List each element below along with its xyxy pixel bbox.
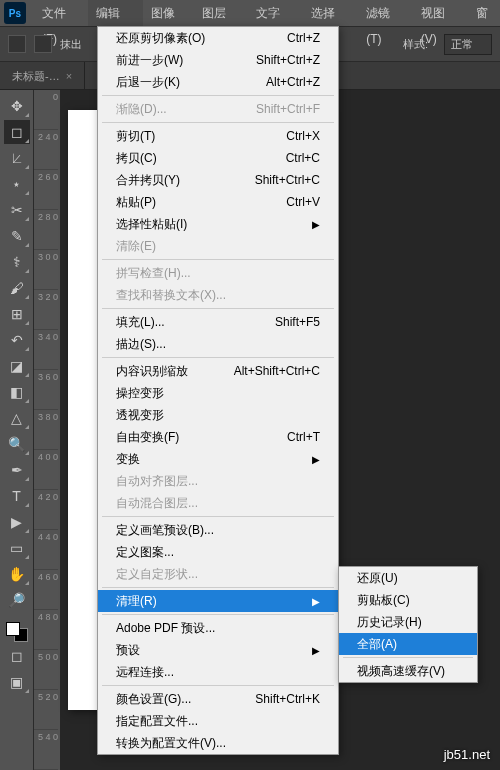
menu-item[interactable]: 编辑(E)	[88, 0, 143, 26]
watermark: jb51.net	[444, 747, 490, 762]
eraser-tool-icon[interactable]: ◪	[4, 354, 30, 378]
submenu-command-label: 历史记录(H)	[357, 614, 422, 631]
document-tab[interactable]: 未标题-…×	[0, 62, 85, 90]
menu-accelerator: Ctrl+C	[286, 151, 320, 165]
erase-label: 抹出	[60, 37, 82, 52]
lasso-tool-icon[interactable]: ⟀	[4, 146, 30, 170]
history-brush-tool-icon[interactable]: ↶	[4, 328, 30, 352]
quickmask-icon[interactable]: ◻	[4, 644, 30, 668]
submenu-command-label: 剪贴板(C)	[357, 592, 410, 609]
menu-accelerator: ▶	[312, 217, 320, 231]
clone-stamp-tool-icon[interactable]: ⊞	[4, 302, 30, 326]
screenmode-icon[interactable]: ▣	[4, 670, 30, 694]
submenu-command[interactable]: 视频高速缓存(V)	[339, 660, 477, 682]
blur-tool-icon[interactable]: △	[4, 406, 30, 430]
hand-tool-icon[interactable]: ✋	[4, 562, 30, 586]
color-swatches[interactable]	[6, 622, 28, 642]
submenu-command[interactable]: 全部(A)	[339, 633, 477, 655]
path-select-tool-icon[interactable]: ▶	[4, 510, 30, 534]
menu-command[interactable]: 指定配置文件...	[98, 710, 338, 732]
submenu-arrow-icon: ▶	[312, 645, 320, 656]
gradient-tool-icon[interactable]: ◧	[4, 380, 30, 404]
menu-accelerator: ▶	[312, 643, 320, 657]
menu-command[interactable]: 后退一步(K)Alt+Ctrl+Z	[98, 71, 338, 93]
menu-accelerator: Shift+F5	[275, 315, 320, 329]
menu-command: 查找和替换文本(X)...	[98, 284, 338, 306]
menu-command[interactable]: 透视变形	[98, 404, 338, 426]
menu-command-label: 指定配置文件...	[116, 713, 198, 730]
submenu-command-label: 全部(A)	[357, 636, 397, 653]
menu-item[interactable]: 文件(F)	[34, 0, 89, 26]
menu-command-label: 转换为配置文件(V)...	[116, 735, 226, 752]
pen-tool-icon[interactable]: ✒	[4, 458, 30, 482]
menu-command[interactable]: 拷贝(C)Ctrl+C	[98, 147, 338, 169]
menu-command[interactable]: 定义画笔预设(B)...	[98, 519, 338, 541]
menu-command[interactable]: 颜色设置(G)...Shift+Ctrl+K	[98, 688, 338, 710]
tools-panel: ✥ ◻ ⟀ ⋆ ✂ ✎ ⚕ 🖌 ⊞ ↶ ◪ ◧ △ 🔍 ✒ T ▶ ▭ ✋ 🔎 …	[0, 90, 34, 770]
submenu-command[interactable]: 剪贴板(C)	[339, 589, 477, 611]
menu-item[interactable]: 滤镜(T)	[358, 0, 413, 26]
menu-command[interactable]: 内容识别缩放Alt+Shift+Ctrl+C	[98, 360, 338, 382]
menu-command-label: 描边(S)...	[116, 336, 166, 353]
submenu-command-label: 视频高速缓存(V)	[357, 663, 445, 680]
menu-item[interactable]: 选择(S)	[303, 0, 358, 26]
menu-command[interactable]: 自由变换(F)Ctrl+T	[98, 426, 338, 448]
menu-command[interactable]: 转换为配置文件(V)...	[98, 732, 338, 754]
menu-command-label: 颜色设置(G)...	[116, 691, 191, 708]
menu-command-label: 透视变形	[116, 407, 164, 424]
menu-command-label: 拼写检查(H)...	[116, 265, 191, 282]
menu-command-label: 还原剪切像素(O)	[116, 30, 205, 47]
menu-command-label: 渐隐(D)...	[116, 101, 167, 118]
menu-accelerator: Ctrl+V	[286, 195, 320, 209]
tool-preset-icon[interactable]	[8, 35, 26, 53]
menu-command[interactable]: 定义图案...	[98, 541, 338, 563]
submenu-command[interactable]: 还原(U)	[339, 567, 477, 589]
menu-command[interactable]: 操控变形	[98, 382, 338, 404]
brush-preset-icon[interactable]	[34, 35, 52, 53]
menu-command[interactable]: Adobe PDF 预设...	[98, 617, 338, 639]
menu-command[interactable]: 合并拷贝(Y)Shift+Ctrl+C	[98, 169, 338, 191]
menu-command: 自动对齐图层...	[98, 470, 338, 492]
menu-command-label: 定义图案...	[116, 544, 174, 561]
menu-command[interactable]: 远程连接...	[98, 661, 338, 683]
menu-accelerator: Alt+Ctrl+Z	[266, 75, 320, 89]
magic-wand-tool-icon[interactable]: ⋆	[4, 172, 30, 196]
menu-command[interactable]: 还原剪切像素(O)Ctrl+Z	[98, 27, 338, 49]
zoom-tool-icon[interactable]: 🔎	[4, 588, 30, 612]
submenu-command[interactable]: 历史记录(H)	[339, 611, 477, 633]
menu-command[interactable]: 剪切(T)Ctrl+X	[98, 125, 338, 147]
menu-item[interactable]: 图像(I)	[143, 0, 194, 26]
menu-item[interactable]: 窗	[468, 0, 496, 26]
menu-command[interactable]: 变换▶	[98, 448, 338, 470]
foreground-color-swatch[interactable]	[6, 622, 20, 636]
healing-brush-tool-icon[interactable]: ⚕	[4, 250, 30, 274]
menu-command-label: 剪切(T)	[116, 128, 155, 145]
menu-accelerator: Alt+Shift+Ctrl+C	[234, 364, 320, 378]
menu-command[interactable]: 粘贴(P)Ctrl+V	[98, 191, 338, 213]
menu-command[interactable]: 描边(S)...	[98, 333, 338, 355]
menu-item[interactable]: 视图(V)	[413, 0, 468, 26]
menu-command[interactable]: 清理(R)▶	[98, 590, 338, 612]
marquee-tool-icon[interactable]: ◻	[4, 120, 30, 144]
move-tool-icon[interactable]: ✥	[4, 94, 30, 118]
brush-tool-icon[interactable]: 🖌	[4, 276, 30, 300]
style-select[interactable]: 正常	[444, 34, 492, 55]
menu-accelerator: Ctrl+X	[286, 129, 320, 143]
crop-tool-icon[interactable]: ✂	[4, 198, 30, 222]
menu-command[interactable]: 填充(L)...Shift+F5	[98, 311, 338, 333]
menu-command-label: 预设	[116, 642, 140, 659]
edit-menu-dropdown: 还原剪切像素(O)Ctrl+Z前进一步(W)Shift+Ctrl+Z后退一步(K…	[97, 26, 339, 755]
eyedropper-tool-icon[interactable]: ✎	[4, 224, 30, 248]
menu-command[interactable]: 前进一步(W)Shift+Ctrl+Z	[98, 49, 338, 71]
menu-command[interactable]: 选择性粘贴(I)▶	[98, 213, 338, 235]
dodge-tool-icon[interactable]: 🔍	[4, 432, 30, 456]
menu-command-label: 操控变形	[116, 385, 164, 402]
shape-tool-icon[interactable]: ▭	[4, 536, 30, 560]
style-label: 样式:	[403, 37, 428, 52]
close-icon[interactable]: ×	[66, 70, 72, 82]
type-tool-icon[interactable]: T	[4, 484, 30, 508]
menu-command[interactable]: 预设▶	[98, 639, 338, 661]
menu-item[interactable]: 图层(L)	[194, 0, 248, 26]
menu-command-label: 自动对齐图层...	[116, 473, 198, 490]
menu-item[interactable]: 文字(Y)	[248, 0, 303, 26]
